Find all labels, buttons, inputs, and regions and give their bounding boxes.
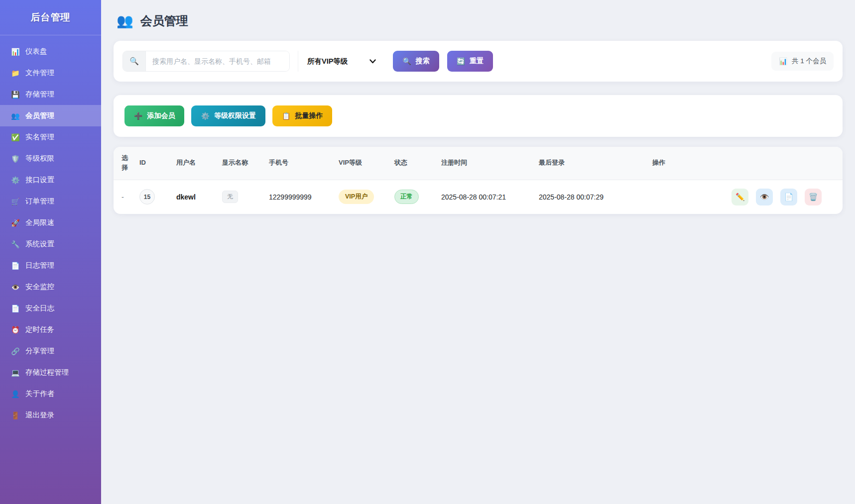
column-header-id: ID — [133, 147, 170, 180]
sidebar-item-security-logs[interactable]: 📄 安全日志 — [0, 298, 101, 319]
sidebar-item-label: 日志管理 — [25, 261, 54, 270]
batch-operations-button[interactable]: 📋 批量操作 — [272, 105, 332, 126]
sidebar-nav: 📊 仪表盘 📁 文件管理 💾 存储管理 👥 会员管理 ✅ 实名管理 🛡️ 等级权… — [0, 35, 101, 426]
sidebar-item-share-management[interactable]: 🔗 分享管理 — [0, 340, 101, 362]
sidebar-item-label: 接口设置 — [25, 175, 54, 185]
column-header-last-login: 最后登录 — [533, 147, 646, 180]
sidebar-item-label: 分享管理 — [25, 346, 54, 356]
chevron-down-icon — [369, 59, 376, 64]
rocket-icon: 🚀 — [11, 219, 20, 227]
sidebar-item-label: 会员管理 — [25, 111, 54, 120]
column-header-select: 选择 — [114, 147, 133, 180]
eye-icon: 👁️ — [11, 283, 20, 291]
sidebar-item-dashboard[interactable]: 📊 仪表盘 — [0, 41, 101, 62]
sidebar-item-label: 仪表盘 — [25, 47, 47, 56]
main-content: 👥 会员管理 🔍 所有VIP等级 🔍 搜索 🔄 重置 📊 共 1 个会员 — [101, 0, 855, 504]
username-value: dkewl — [176, 193, 196, 201]
sidebar-item-label: 存储过程管理 — [25, 368, 69, 377]
clipboard-icon: 📋 — [282, 112, 290, 120]
column-header-vip-level: VIP等级 — [333, 147, 388, 180]
row-select-cell: - — [114, 180, 133, 214]
cart-icon: 🛒 — [11, 198, 20, 205]
floppy-disk-icon: 💾 — [11, 91, 20, 99]
sidebar-item-scheduled-tasks[interactable]: ⏰ 定时任务 — [0, 319, 101, 340]
sidebar-item-storage[interactable]: 💾 存储管理 — [0, 84, 101, 105]
alarm-clock-icon: ⏰ — [11, 326, 20, 334]
sidebar-item-realname[interactable]: ✅ 实名管理 — [0, 126, 101, 148]
status-badge: 正常 — [394, 190, 419, 204]
wrench-icon: 🔧 — [11, 240, 20, 248]
sidebar-item-label: 安全监控 — [25, 282, 54, 292]
phone-value: 12299999999 — [263, 180, 333, 214]
sidebar-item-label: 文件管理 — [25, 68, 54, 78]
id-badge: 15 — [139, 189, 155, 204]
sidebar-item-about-author[interactable]: 👤 关于作者 — [0, 383, 101, 404]
gear-icon: ⚙️ — [201, 112, 209, 120]
app-title: 后台管理 — [0, 0, 101, 35]
gear-icon: ⚙️ — [11, 176, 20, 184]
table-row: - 15 dkewl 无 12299999999 VIP用户 正常 2025-0… — [114, 180, 843, 214]
sidebar-item-label: 定时任务 — [25, 325, 54, 334]
column-header-status: 状态 — [388, 147, 435, 180]
sidebar-item-stored-procedures[interactable]: 💻 存储过程管理 — [0, 362, 101, 383]
sidebar-item-label: 订单管理 — [25, 197, 54, 206]
members-table: 选择 ID 用户名 显示名称 手机号 VIP等级 状态 注册时间 最后登录 操作… — [114, 147, 843, 214]
pencil-icon: ✏️ — [735, 193, 745, 202]
edit-button[interactable]: ✏️ — [732, 189, 748, 205]
search-button[interactable]: 🔍 搜索 — [393, 51, 439, 72]
chart-bar-icon: 📊 — [11, 48, 20, 56]
detail-button[interactable]: 📄 — [780, 189, 797, 205]
table-header-row: 选择 ID 用户名 显示名称 手机号 VIP等级 状态 注册时间 最后登录 操作 — [114, 147, 843, 180]
chart-bar-icon: 📊 — [779, 57, 787, 65]
eye-icon: 👁️ — [760, 193, 769, 202]
toolbar: ➕ 添加会员 ⚙️ 等级权限设置 📋 批量操作 — [114, 95, 843, 137]
sidebar-item-label: 退出登录 — [25, 410, 54, 420]
search-icon: 🔍 — [123, 51, 146, 71]
sidebar-item-orders[interactable]: 🛒 订单管理 — [0, 191, 101, 212]
delete-button[interactable]: 🗑️ — [805, 189, 822, 205]
sidebar-item-system-settings[interactable]: 🔧 系统设置 — [0, 233, 101, 255]
sidebar-item-level-permissions[interactable]: 🛡️ 等级权限 — [0, 148, 101, 169]
sidebar-item-label: 关于作者 — [25, 389, 54, 399]
search-input[interactable] — [146, 51, 289, 71]
users-icon: 👥 — [11, 112, 20, 120]
folder-icon: 📁 — [11, 69, 20, 77]
column-header-registered: 注册时间 — [435, 147, 533, 180]
column-header-actions: 操作 — [646, 147, 843, 180]
users-icon: 👥 — [117, 13, 133, 29]
column-header-display-name: 显示名称 — [216, 147, 263, 180]
sidebar-item-label: 全局限速 — [25, 218, 54, 227]
level-permission-settings-button[interactable]: ⚙️ 等级权限设置 — [191, 105, 265, 126]
search-panel: 🔍 所有VIP等级 🔍 搜索 🔄 重置 📊 共 1 个会员 — [114, 41, 843, 82]
plus-icon: ➕ — [134, 112, 142, 120]
sidebar-item-files[interactable]: 📁 文件管理 — [0, 62, 101, 84]
sidebar-item-rate-limit[interactable]: 🚀 全局限速 — [0, 212, 101, 233]
search-icon: 🔍 — [402, 57, 411, 65]
member-count-badge: 📊 共 1 个会员 — [771, 52, 834, 71]
sidebar-item-members[interactable]: 👥 会员管理 — [0, 105, 101, 126]
sidebar-item-logout[interactable]: 🚪 退出登录 — [0, 404, 101, 426]
sidebar-item-label: 系统设置 — [25, 239, 54, 249]
sidebar-item-label: 实名管理 — [25, 132, 54, 142]
view-button[interactable]: 👁️ — [756, 189, 773, 205]
trash-icon: 🗑️ — [809, 193, 818, 202]
add-member-button[interactable]: ➕ 添加会员 — [124, 105, 184, 126]
sidebar-item-security-monitor[interactable]: 👁️ 安全监控 — [0, 276, 101, 298]
door-icon: 🚪 — [11, 411, 20, 419]
sidebar-item-logs[interactable]: 📄 日志管理 — [0, 255, 101, 276]
sidebar-item-api-settings[interactable]: ⚙️ 接口设置 — [0, 169, 101, 191]
column-header-phone: 手机号 — [263, 147, 333, 180]
reset-button[interactable]: 🔄 重置 — [447, 51, 493, 72]
registered-at-value: 2025-08-28 00:07:21 — [435, 180, 533, 214]
page-title: 👥 会员管理 — [117, 13, 843, 29]
document-icon: 📄 — [11, 262, 20, 270]
reset-icon: 🔄 — [457, 57, 465, 65]
search-input-group: 🔍 — [122, 51, 290, 72]
sidebar-item-label: 等级权限 — [25, 154, 54, 163]
last-login-value: 2025-08-28 00:07:29 — [533, 180, 646, 214]
link-icon: 🔗 — [11, 347, 20, 355]
vip-level-select[interactable]: 所有VIP等级 — [298, 51, 384, 72]
column-header-username: 用户名 — [170, 147, 216, 180]
user-icon: 👤 — [11, 390, 20, 398]
members-table-card: 选择 ID 用户名 显示名称 手机号 VIP等级 状态 注册时间 最后登录 操作… — [114, 147, 843, 214]
